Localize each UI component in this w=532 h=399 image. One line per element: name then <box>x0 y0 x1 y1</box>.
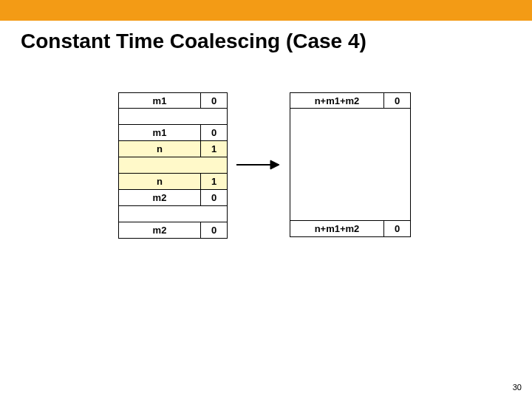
after-header: n+m1+m2 0 <box>290 92 411 109</box>
next-body <box>118 206 228 222</box>
curr-footer-flag: 1 <box>201 174 228 190</box>
prev-header-size: m1 <box>118 92 201 109</box>
after-block: n+m1+m2 0 n+m1+m2 0 <box>290 92 411 237</box>
next-footer-flag: 0 <box>201 222 228 239</box>
prev-body <box>118 109 228 125</box>
after-header-flag: 0 <box>384 92 411 109</box>
page-number: 30 <box>513 383 522 392</box>
prev-footer-flag: 0 <box>201 125 228 141</box>
prev-footer-size: m1 <box>118 125 201 141</box>
next-header-size: m2 <box>118 190 201 206</box>
page-title: Constant Time Coalescing (Case 4) <box>21 30 366 53</box>
after-body <box>290 109 411 221</box>
before-prev-header: m1 0 <box>118 92 228 109</box>
diagram: m1 0 m1 0 n 1 n 1 m2 0 m2 0 <box>0 92 532 299</box>
before-curr-footer: n 1 <box>118 174 228 190</box>
next-footer-size: m2 <box>118 222 201 239</box>
after-footer-size: n+m1+m2 <box>290 221 384 237</box>
after-footer: n+m1+m2 0 <box>290 221 411 237</box>
accent-bar <box>0 0 532 21</box>
arrow-icon <box>235 156 281 174</box>
svg-marker-1 <box>270 160 279 169</box>
before-block: m1 0 m1 0 n 1 n 1 m2 0 m2 0 <box>118 92 228 239</box>
next-header-flag: 0 <box>201 190 228 206</box>
before-prev-footer: m1 0 <box>118 125 228 141</box>
before-next-header: m2 0 <box>118 190 228 206</box>
curr-header-flag: 1 <box>201 141 228 157</box>
curr-body <box>118 157 228 174</box>
before-next-footer: m2 0 <box>118 222 228 239</box>
curr-header-size: n <box>118 141 201 157</box>
before-curr-header: n 1 <box>118 141 228 157</box>
after-footer-flag: 0 <box>384 221 411 237</box>
after-header-size: n+m1+m2 <box>290 92 384 109</box>
prev-header-flag: 0 <box>201 92 228 109</box>
curr-footer-size: n <box>118 174 201 190</box>
